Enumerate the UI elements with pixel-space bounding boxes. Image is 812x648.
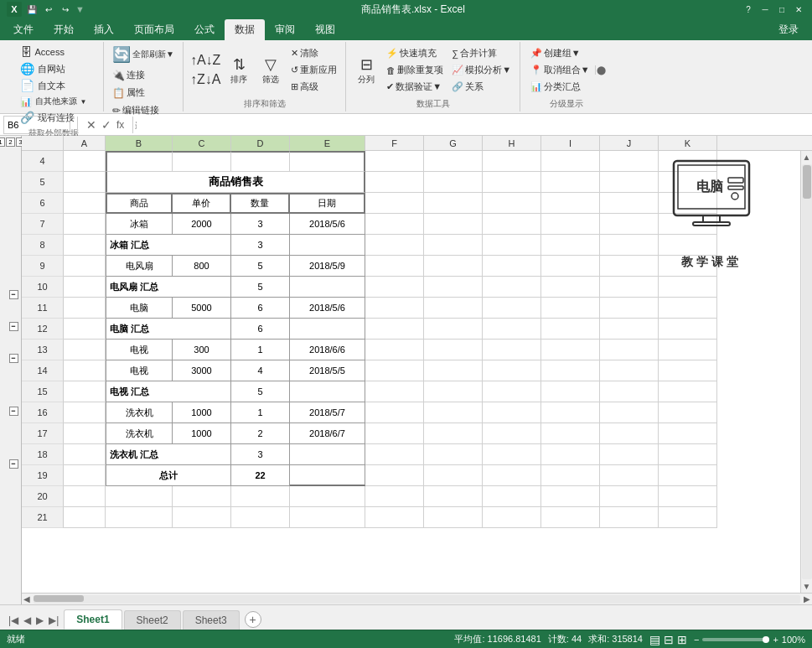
cell-d14[interactable]: 4 <box>231 360 290 381</box>
cell-c17[interactable]: 1000 <box>173 423 231 444</box>
ribbon-btn-refresh-all[interactable]: 🔄全部刷新▼ <box>109 44 178 65</box>
row-number-6[interactable]: 6 <box>22 193 64 214</box>
cell-g5[interactable] <box>424 172 483 193</box>
row-number-5[interactable]: 5 <box>22 172 64 193</box>
cell-h15[interactable] <box>483 381 541 402</box>
normal-view-btn[interactable]: ▤ <box>649 633 660 646</box>
scroll-up-btn[interactable]: ▲ <box>801 151 812 163</box>
cell-c16[interactable]: 1000 <box>173 402 231 423</box>
cell-a10[interactable] <box>64 277 106 298</box>
row-number-21[interactable]: 21 <box>22 507 64 528</box>
cell-d8[interactable]: 3 <box>231 235 290 256</box>
cell-d12[interactable]: 6 <box>231 319 290 340</box>
cell-j19[interactable] <box>600 465 659 486</box>
cell-e8[interactable] <box>290 235 365 256</box>
cell-g20[interactable] <box>424 486 483 507</box>
cell-j18[interactable] <box>600 444 659 465</box>
vertical-scrollbar[interactable]: ▲ ▼ <box>800 151 812 593</box>
ribbon-btn-edit-links[interactable]: ✏编辑链接 <box>109 102 163 118</box>
cell-j13[interactable] <box>600 340 659 360</box>
formula-input[interactable] <box>137 119 812 131</box>
cell-h21[interactable] <box>483 507 541 528</box>
cell-e20[interactable] <box>290 486 365 507</box>
cell-k11[interactable] <box>659 298 717 319</box>
cell-f20[interactable] <box>365 486 424 507</box>
cell-b16[interactable]: 洗衣机 <box>106 402 173 423</box>
cell-d10[interactable]: 5 <box>231 277 290 298</box>
tab-view[interactable]: 视图 <box>305 19 345 40</box>
zoom-slider[interactable] <box>702 638 769 641</box>
ribbon-btn-properties[interactable]: 📋属性 <box>109 85 148 101</box>
col-header-a[interactable]: A <box>64 136 106 151</box>
cell-b12[interactable]: 电脑 汇总 <box>106 319 231 340</box>
cell-b21[interactable] <box>106 507 173 528</box>
cell-c9[interactable]: 800 <box>173 256 231 277</box>
cell-h5[interactable] <box>483 172 541 193</box>
cancel-formula-btn[interactable]: ✕ <box>85 118 98 132</box>
ribbon-expand-btn[interactable]: ⬤ <box>595 65 607 75</box>
tab-pagelayout[interactable]: 页面布局 <box>124 19 184 40</box>
cell-b19[interactable]: 总计 <box>106 465 231 486</box>
cell-i8[interactable] <box>541 235 600 256</box>
cell-h7[interactable] <box>483 214 541 235</box>
cell-i17[interactable] <box>541 423 600 444</box>
cell-i13[interactable] <box>541 340 600 360</box>
ribbon-btn-sort-desc[interactable]: ↑Z↓A <box>189 70 222 89</box>
ribbon-btn-access[interactable]: 🗄Access <box>17 44 68 60</box>
cell-g12[interactable] <box>424 319 483 340</box>
cell-k10[interactable] <box>659 277 717 298</box>
cell-a12[interactable] <box>64 319 106 340</box>
cell-g19[interactable] <box>424 465 483 486</box>
cell-c13[interactable]: 300 <box>173 340 231 360</box>
cell-j20[interactable] <box>600 486 659 507</box>
ribbon-btn-filter[interactable]: ▽筛选 <box>256 54 286 87</box>
cell-c4[interactable] <box>173 151 231 172</box>
ribbon-btn-ungroup[interactable]: 📍取消组合▼ <box>527 62 593 78</box>
cell-a21[interactable] <box>64 507 106 528</box>
cell-c6[interactable]: 单价 <box>173 193 231 214</box>
row-number-13[interactable]: 13 <box>22 340 64 360</box>
ribbon-btn-website[interactable]: 🌐自网站 <box>17 60 69 77</box>
cell-a17[interactable] <box>64 423 106 444</box>
tab-insert[interactable]: 插入 <box>84 19 124 40</box>
row-number-12[interactable]: 12 <box>22 319 64 340</box>
cell-f8[interactable] <box>365 235 424 256</box>
sheet-nav-prev[interactable]: ◀ <box>22 614 33 626</box>
row-number-8[interactable]: 8 <box>22 235 64 256</box>
cell-f6[interactable] <box>365 193 424 214</box>
cell-i18[interactable] <box>541 444 600 465</box>
cell-g8[interactable] <box>424 235 483 256</box>
cell-f5[interactable] <box>365 172 424 193</box>
cell-j6[interactable] <box>600 193 659 214</box>
col-header-g[interactable]: G <box>424 136 483 151</box>
cell-a7[interactable] <box>64 214 106 235</box>
cell-i16[interactable] <box>541 402 600 423</box>
cell-j16[interactable] <box>600 402 659 423</box>
ribbon-btn-group[interactable]: 📌创建组▼ <box>527 45 593 61</box>
cell-b11[interactable]: 电脑 <box>106 298 173 319</box>
col-header-c[interactable]: C <box>173 136 231 151</box>
cell-g21[interactable] <box>424 507 483 528</box>
row-number-20[interactable]: 20 <box>22 486 64 507</box>
cell-d19[interactable]: 22 <box>231 465 290 486</box>
cell-g16[interactable] <box>424 402 483 423</box>
cell-f14[interactable] <box>365 360 424 381</box>
cell-f15[interactable] <box>365 381 424 402</box>
cell-i10[interactable] <box>541 277 600 298</box>
cell-k20[interactable] <box>659 486 717 507</box>
cell-e9[interactable]: 2018/5/9 <box>290 256 365 277</box>
outline-minus-bingxiang[interactable]: − <box>9 290 18 299</box>
cell-i11[interactable] <box>541 298 600 319</box>
cell-d16[interactable]: 1 <box>231 402 290 423</box>
row-number-18[interactable]: 18 <box>22 444 64 465</box>
horizontal-scrollbar[interactable]: ◀ ▶ <box>22 593 812 604</box>
cell-j10[interactable] <box>600 277 659 298</box>
cell-a13[interactable] <box>64 340 106 360</box>
cell-i4[interactable] <box>541 151 600 172</box>
ribbon-btn-relationship[interactable]: 🔗关系 <box>448 79 515 95</box>
cell-e18[interactable] <box>290 444 365 465</box>
cell-a5[interactable] <box>64 172 106 193</box>
cell-h18[interactable] <box>483 444 541 465</box>
row-number-14[interactable]: 14 <box>22 360 64 381</box>
row-number-17[interactable]: 17 <box>22 423 64 444</box>
